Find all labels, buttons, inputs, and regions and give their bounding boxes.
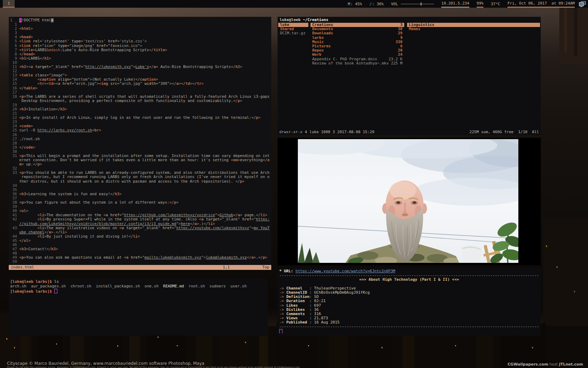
entry-name: DCIM.tar.gz	[280, 31, 306, 35]
entry-size: 29	[398, 31, 402, 35]
blank-line	[279, 282, 539, 286]
vim-row: 10	[10, 61, 271, 65]
video-info-line: -> Channel : ThuleanPerspective	[279, 286, 539, 291]
bar-spacer	[15, 0, 341, 8]
vim-code: 1 <!DOCTYPE html> 1 2 <html> 3 4 <head> …	[9, 17, 271, 264]
vim-row: 6 <link rel="icon" type="image/png" href…	[10, 44, 271, 48]
ranger-entry-luke[interactable]: luke	[278, 23, 308, 27]
entry-name: Memes	[409, 27, 420, 31]
vim-row: 25 curl -O http://larbs.xyz/root.sh<br>	[10, 128, 271, 132]
vim-row: 22 <p>In any install of Arch Linux, simp…	[10, 116, 271, 120]
ranger-entry-work[interactable]: Work24	[310, 53, 404, 57]
entry-size: 6	[400, 44, 402, 48]
ranger-entry-review-of-the-book-ashtadhya-mkv[interactable]: Review of the book Ashtadhya~.mkv225 M	[310, 61, 404, 66]
battery-indicator: 99%	[477, 0, 484, 8]
vim-row: 20 <h3>Installation</h3>	[10, 107, 271, 111]
video-info-line: -> Dislikes : 36	[279, 308, 539, 312]
vim-row: 38 <p>You can figure out about the syste…	[10, 200, 271, 205]
ranger-entry-downloads[interactable]: Downloads29	[310, 31, 404, 35]
vim-row: 5 <link rel='stylesheet' type='text/css'…	[10, 39, 271, 43]
vim-row: 44 <li>By just installing it and diving …	[10, 234, 271, 239]
memory-icon: M	[348, 1, 350, 7]
video-info-line: -> Likes : 697	[279, 304, 539, 308]
ranger-entry-shared[interactable]: Shared	[278, 27, 308, 31]
vim-row: //github.com/LukeSmithxyz/voidrice/blob/…	[10, 222, 271, 226]
wallpaper-disclaimer: Please do not post this wallpaper online…	[7, 366, 300, 368]
ranger-entry-documents[interactable]: Documents30	[310, 27, 404, 31]
terminal-line: arch.sh aur_packages.sh chroot.sh instal…	[10, 284, 268, 289]
entry-size: 330	[396, 40, 402, 44]
vim-row: 1	[10, 22, 271, 27]
vim-row: 34	[10, 184, 271, 188]
ranger-window[interactable]: luke@leeb ~/Creations lukeSharedDCIM.tar…	[278, 17, 541, 135]
workspace-button[interactable]: 1	[3, 0, 15, 8]
monitors-icon[interactable]	[579, 1, 586, 7]
vim-cursor-position: 1,1	[223, 265, 230, 270]
entry-name: Review of the book Ashtadhya~.mkv	[312, 61, 389, 66]
vim-row: 43 <li>The many illustrative videos on <…	[10, 226, 271, 230]
ranger-statusbar: drwxr-xr-x 4 luke 1000 3 2017-08-08 15:2…	[279, 130, 539, 134]
ranger-entry-linguistics[interactable]: Linguistics	[407, 23, 540, 27]
mpv-video-window[interactable]	[278, 138, 541, 265]
vim-row: 8 </head>	[10, 52, 271, 56]
ranger-entry-dcim-tar-gz[interactable]: DCIM.tar.gz	[278, 31, 308, 35]
vim-row: 2 <html>	[10, 27, 271, 31]
shell-terminal-window[interactable]: [luke@leeb larbs]$ lsarch.sh aur_package…	[9, 279, 268, 336]
entry-size: 30	[398, 27, 402, 31]
vim-row: 37	[10, 196, 271, 200]
ranger-parent-column: lukeSharedDCIM.tar.gz	[278, 23, 308, 36]
volume-slider[interactable]	[401, 4, 434, 4]
ranger-entry-music[interactable]: Music330	[310, 40, 404, 44]
vim-row: 12	[10, 69, 271, 73]
ranger-entry-creations[interactable]: Creations3	[310, 23, 404, 27]
vim-row: 18 <p>The LARBS are a series of shell sc…	[10, 95, 271, 99]
entry-name: Repos	[312, 48, 324, 53]
ranger-entry-appendix-c-phd-program-docx[interactable]: Appendix C- PhD Program.docx23.2 K	[310, 57, 404, 61]
vim-row: 42 <li>By pressing Super+F1 while in the…	[10, 217, 271, 222]
vim-row: 26	[10, 133, 271, 137]
vim-row: 15 <tr><td><a href="arch.jpg"><img src="…	[10, 82, 271, 86]
entry-name: larbs	[312, 36, 324, 40]
divider-line: ----------------------------------------…	[279, 325, 539, 329]
terminal-cursor	[54, 289, 57, 293]
vim-row: ernet connection. Don't be worried if it…	[10, 158, 271, 162]
ranger-preview-column: LinguisticsMemes	[407, 23, 540, 31]
vim-row: 11 <h2><a target="_blank" href="http://l…	[10, 65, 271, 69]
entry-name: Appendix C- PhD Program.docx	[312, 57, 377, 61]
volume-indicator: VOL	[391, 0, 434, 8]
video-info-line: -> Definition: SD	[279, 295, 539, 299]
vim-row: 48	[10, 251, 271, 255]
ranger-entry-pictures[interactable]: Pictures6	[310, 44, 404, 48]
ranger-entry-larbs[interactable]: larbs9	[310, 36, 404, 40]
vim-row: m> up.</p>	[10, 162, 271, 166]
ranger-entry-repos[interactable]: Repos20	[310, 48, 404, 53]
video-url-line: * URL: https://www.youtube.com/watch?v=6…	[279, 269, 539, 273]
entry-name: luke	[280, 23, 289, 27]
vim-editor-window[interactable]: 1 <!DOCTYPE html> 1 2 <html> 3 4 <head> …	[9, 17, 271, 270]
volume-slider-handle[interactable]	[421, 2, 421, 6]
vim-row: 1 <!DOCTYPE html>	[10, 18, 271, 22]
system-tray	[579, 0, 586, 8]
video-url-link[interactable]: https://www.youtube.com/watch?v=6Jntc2n6…	[295, 269, 395, 273]
ip-address: 10.201.5.234	[441, 0, 469, 8]
ranger-columns: lukeSharedDCIM.tar.gz Creations3Document…	[278, 23, 540, 129]
memory-indicator: M: 45%	[348, 0, 362, 8]
vim-row: 14 <caption align="bottom">(Not actually…	[10, 77, 271, 82]
divider-line: ----------------------------------------…	[279, 273, 539, 278]
youtube-viewer-window[interactable]: * URL: https://www.youtube.com/watch?v=6…	[278, 268, 541, 336]
video-info-fields: -> Channel : ThuleanPerspective-> Channe…	[279, 286, 539, 325]
vim-row: 39	[10, 205, 271, 209]
vim-row: 16 </table>	[10, 86, 271, 90]
vim-scroll-position: Top	[262, 265, 269, 270]
disk-indicator: /: 36%	[369, 0, 384, 8]
entry-size: 9	[400, 36, 402, 40]
entry-name: Downloads	[312, 31, 333, 35]
ranger-entry-memes[interactable]: Memes	[407, 27, 540, 31]
entry-size: 24	[398, 53, 402, 57]
ranger-path: ~/Creations	[301, 18, 328, 22]
ranger-permissions: drwxr-xr-x	[279, 130, 302, 134]
vim-row: 46	[10, 243, 271, 247]
entry-name: Work	[312, 53, 322, 57]
entry-size: 3	[400, 23, 402, 27]
vim-row: ube channel</a>.</li>	[10, 230, 271, 234]
